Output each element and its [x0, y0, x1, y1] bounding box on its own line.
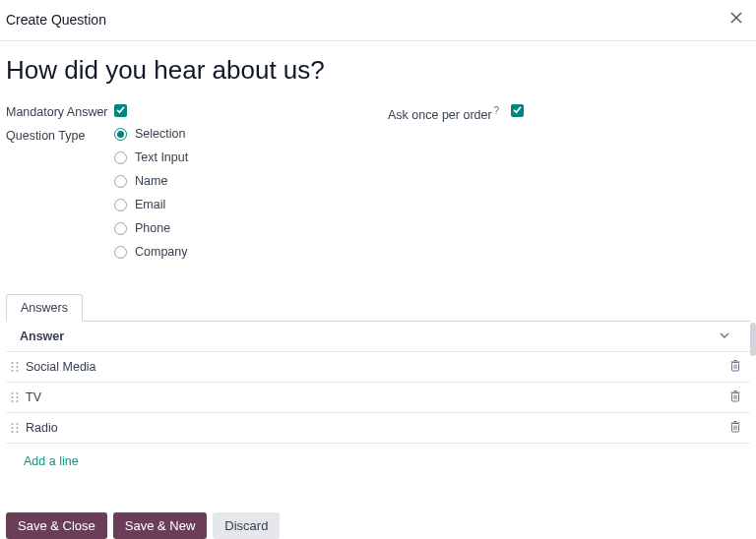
svg-point-3	[17, 362, 19, 364]
check-icon	[512, 103, 523, 118]
close-button[interactable]	[726, 8, 746, 30]
discard-button[interactable]: Discard	[213, 512, 280, 539]
delete-row-button[interactable]	[726, 420, 744, 436]
answer-cell[interactable]: Social Media	[24, 360, 726, 374]
save-new-button[interactable]: Save & New	[113, 512, 208, 539]
table-row[interactable]: Radio	[6, 412, 750, 444]
radio-label: Name	[135, 174, 167, 188]
radio-icon	[114, 151, 127, 164]
radio-label: Company	[135, 245, 188, 259]
question-type-label: Question Type	[6, 127, 114, 143]
question-type-radio-group: Selection Text Input Name	[114, 127, 368, 259]
svg-point-17	[12, 400, 14, 402]
drag-handle-icon[interactable]	[6, 391, 24, 403]
question-title[interactable]: How did you hear about us?	[6, 55, 750, 86]
svg-point-14	[17, 392, 19, 394]
svg-rect-8	[732, 363, 739, 372]
radio-company[interactable]: Company	[114, 245, 368, 259]
once-checkbox[interactable]	[511, 104, 524, 117]
svg-point-27	[17, 427, 19, 429]
dialog-title: Create Question	[6, 12, 106, 28]
svg-point-13	[12, 392, 14, 394]
scrollbar-thumb[interactable]	[750, 323, 756, 356]
scrollbar-track[interactable]	[750, 323, 756, 480]
svg-point-24	[12, 423, 14, 425]
answer-cell[interactable]: TV	[24, 390, 726, 404]
radio-text-input[interactable]: Text Input	[114, 150, 368, 164]
column-header-answer[interactable]: Answer	[20, 329, 713, 343]
radio-label: Text Input	[135, 150, 188, 164]
svg-rect-30	[732, 424, 739, 433]
tab-answers[interactable]: Answers	[6, 294, 83, 322]
radio-selection[interactable]: Selection	[114, 127, 368, 141]
trash-icon	[729, 420, 741, 436]
svg-point-28	[12, 431, 14, 433]
radio-label: Email	[135, 198, 165, 211]
svg-point-6	[12, 370, 14, 372]
delete-row-button[interactable]	[726, 359, 744, 375]
once-label: Ask once per order?	[388, 103, 499, 122]
close-icon	[728, 14, 744, 29]
trash-icon	[729, 359, 741, 375]
check-icon	[115, 103, 126, 118]
svg-point-16	[17, 396, 19, 398]
radio-label: Selection	[135, 127, 185, 141]
answer-cell[interactable]: Radio	[24, 421, 726, 435]
radio-icon	[114, 128, 127, 141]
svg-point-5	[17, 366, 19, 368]
svg-point-26	[12, 427, 14, 429]
radio-name[interactable]: Name	[114, 174, 368, 188]
svg-point-2	[12, 362, 14, 364]
radio-icon	[114, 199, 127, 211]
table-row[interactable]: TV	[6, 382, 750, 412]
mandatory-checkbox[interactable]	[114, 104, 127, 117]
delete-row-button[interactable]	[726, 389, 744, 405]
svg-point-7	[17, 370, 19, 372]
svg-point-25	[17, 423, 19, 425]
svg-point-15	[12, 396, 14, 398]
radio-icon	[114, 246, 127, 259]
save-close-button[interactable]: Save & Close	[6, 512, 107, 539]
radio-phone[interactable]: Phone	[114, 221, 368, 235]
chevron-down-icon[interactable]	[720, 329, 729, 343]
radio-icon	[114, 175, 127, 188]
table-row[interactable]: Social Media	[6, 351, 750, 382]
svg-point-4	[12, 366, 14, 368]
radio-label: Phone	[135, 221, 170, 235]
drag-handle-icon[interactable]	[6, 422, 24, 434]
add-line-link[interactable]: Add a line	[24, 454, 79, 468]
svg-rect-19	[732, 393, 739, 402]
radio-email[interactable]: Email	[114, 198, 368, 211]
svg-point-29	[17, 431, 19, 433]
drag-handle-icon[interactable]	[6, 361, 24, 373]
trash-icon	[729, 389, 741, 405]
svg-point-18	[17, 400, 19, 402]
radio-icon	[114, 222, 127, 235]
mandatory-label: Mandatory Answer	[6, 103, 114, 119]
